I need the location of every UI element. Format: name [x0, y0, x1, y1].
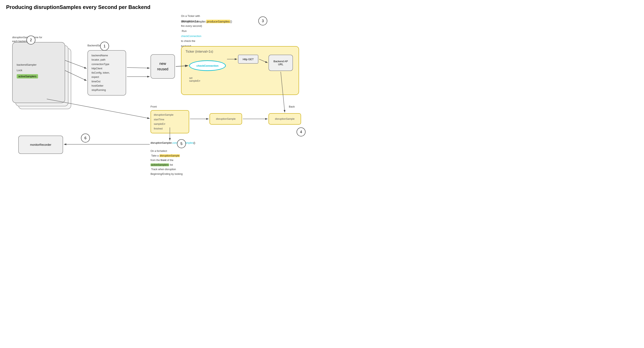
svg-line-4	[127, 67, 150, 68]
card-lock-label: Lock	[17, 69, 60, 72]
front-bold: front	[160, 159, 166, 162]
backend-api-label: Backend APURL	[274, 60, 288, 66]
ds-mid-box: disruptionSample	[210, 113, 242, 125]
bottom-line2: Take a disruptionSample from the front o…	[150, 153, 183, 167]
check-connection-oval: checkConnection	[189, 60, 226, 71]
card-backend-sampler-label: backendSampler	[17, 63, 60, 66]
badge-5: 5	[177, 139, 186, 148]
new-reused-box: new reused	[150, 54, 175, 79]
bs-hostgetter: hostGetter	[92, 84, 122, 88]
bs-tlsconfig: tlsConfig, token,	[92, 71, 122, 75]
ds-back-box: disruptionSample	[268, 113, 301, 125]
card-active-samplers-label: activeSamplers	[17, 74, 38, 78]
stacked-cards: backendSampler Lock activeSamplers	[12, 42, 67, 115]
bs-backendname: backendName	[92, 53, 122, 58]
disruption-sample-hl2: disruptionSample	[160, 154, 180, 157]
bottom-line3: Track when disruption Beginning/Ending b…	[150, 167, 183, 176]
page-title: Producing disruptionSamples every Second…	[6, 4, 316, 10]
http-get-label: Http GET	[243, 58, 254, 61]
set-sample-err-label: set sampleErr	[189, 77, 200, 82]
right-desc-line2: Run checkConnection to check the backend	[181, 29, 202, 49]
ds-mid-label: disruptionSample	[216, 117, 236, 120]
http-get-box: Http GET	[238, 55, 258, 64]
bs-httpclient: httpClient	[92, 66, 122, 71]
ds-back-label: disruptionSample	[275, 117, 295, 120]
backend-api-box: Backend APURL	[268, 55, 293, 71]
front-label: Front	[150, 105, 157, 108]
new-label: new	[159, 61, 166, 66]
bs-stoprunning: stopRunning	[92, 88, 122, 92]
bs-timeout: timeOut	[92, 79, 122, 84]
produce-samples-highlight: produceSamples	[206, 20, 230, 23]
reused-label: reused	[157, 66, 168, 72]
bs-locator: locator, path	[92, 58, 122, 62]
badge-2: 2	[26, 35, 36, 44]
ds-front-box: disruptionSample startTime sampleErr fin…	[150, 110, 189, 133]
badge-6: 6	[81, 134, 90, 142]
consume-samples-text: disruptionSampler.consumeSamples()	[150, 141, 195, 144]
right-desc-line1: On a Ticker with interval=1s (i.e., fire…	[181, 14, 202, 29]
dsf-finished: finished	[154, 126, 186, 131]
bs-expect: expect	[92, 75, 122, 79]
check-connection-link: checkConnection	[181, 34, 202, 38]
bs-connectiontype: connectionType	[92, 62, 122, 66]
backend-sampler-box: backendName locator, path connectionType…	[88, 50, 126, 95]
dsf-disruption-sample: disruptionSample	[154, 113, 186, 117]
dsf-start-time: startTime	[154, 117, 186, 122]
bottom-line1: On a for/select	[150, 149, 183, 153]
ticker-title: Ticker (interval=1s)	[186, 50, 294, 53]
card-front: backendSampler Lock activeSamplers	[12, 42, 65, 103]
dsf-sample-err: sampleErr	[154, 122, 186, 126]
monitor-recorder-label: monitorRecorder	[30, 143, 51, 146]
badge-4: 4	[296, 127, 306, 136]
badge-1: 1	[100, 42, 109, 51]
back-label: Back	[289, 105, 295, 108]
monitor-recorder-box: monitorRecorder	[18, 136, 63, 154]
check-connection-text: checkConnection	[196, 64, 218, 67]
bottom-description: On a for/select Take a disruptionSample …	[150, 149, 183, 176]
badge-3: 3	[258, 16, 267, 25]
active-samplers-hl2: activeSamplers	[150, 163, 169, 166]
